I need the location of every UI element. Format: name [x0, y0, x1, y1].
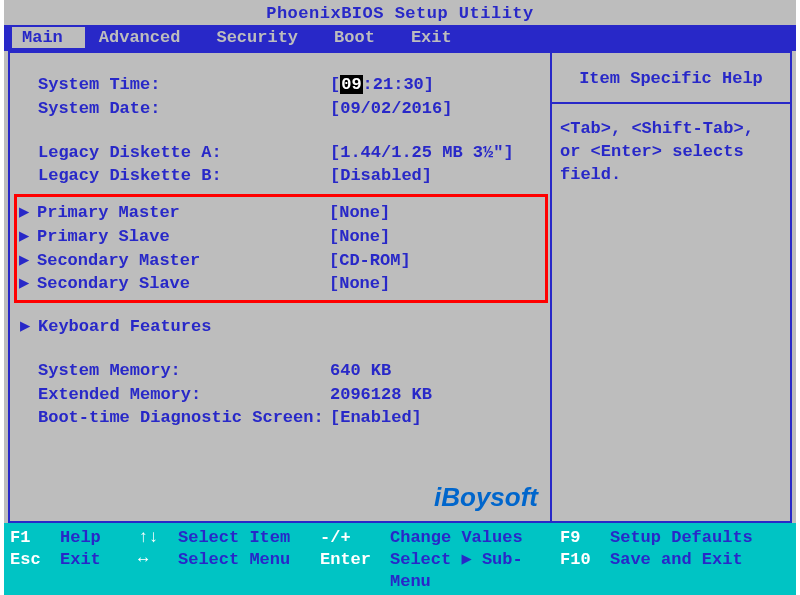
secondary-slave-label: Secondary Slave [37, 273, 190, 295]
submenu-triangle-icon: ▶ [19, 250, 31, 272]
menu-tab-advanced[interactable]: Advanced [85, 27, 203, 48]
drive-highlight-box: ▶Primary Master [None] ▶Primary Slave [N… [14, 194, 548, 303]
diskette-b-value[interactable]: [Disabled] [330, 165, 432, 187]
row-system-memory: System Memory: 640 KB [20, 359, 546, 383]
save-exit-label: Save and Exit [610, 549, 743, 593]
f1-label: Help [60, 527, 138, 549]
row-primary-master[interactable]: ▶Primary Master [None] [19, 201, 543, 225]
system-memory-value: 640 KB [330, 360, 391, 382]
key-enter: Enter [320, 549, 390, 593]
app-title: PhoenixBIOS Setup Utility [266, 4, 534, 23]
row-keyboard-features[interactable]: ▶Keyboard Features [20, 315, 546, 339]
submenu-triangle-icon: ▶ [20, 316, 32, 338]
boot-diagnostic-value[interactable]: [Enabled] [330, 407, 422, 429]
arrows-horizontal-icon: ↔ [138, 549, 178, 593]
extended-memory-label: Extended Memory: [38, 384, 201, 406]
bios-container: PhoenixBIOS Setup Utility Main Advanced … [4, 0, 796, 595]
boot-diagnostic-label: Boot-time Diagnostic Screen: [38, 407, 324, 429]
extended-memory-value: 2096128 KB [330, 384, 432, 406]
title-bar: PhoenixBIOS Setup Utility [4, 0, 796, 25]
system-memory-label: System Memory: [38, 360, 181, 382]
secondary-master-label: Secondary Master [37, 250, 200, 272]
primary-master-label: Primary Master [37, 202, 180, 224]
esc-label: Exit [60, 549, 138, 593]
row-secondary-slave[interactable]: ▶Secondary Slave [None] [19, 272, 543, 296]
menu-bar: Main Advanced Security Boot Exit [4, 25, 796, 51]
help-title: Item Specific Help [552, 53, 790, 104]
system-time-label: System Time: [38, 74, 160, 96]
system-time-value[interactable]: [09:21:30] [330, 74, 434, 96]
key-f1: F1 [10, 527, 60, 549]
row-diskette-a[interactable]: Legacy Diskette A: [1.44/1.25 MB 3½"] [20, 141, 546, 165]
change-values-label: Change Values [390, 527, 560, 549]
primary-master-value[interactable]: [None] [329, 202, 390, 224]
content-area: System Time: [09:21:30] System Date: [09… [8, 51, 792, 523]
submenu-triangle-icon: ▶ [19, 273, 31, 295]
menu-tab-security[interactable]: Security [202, 27, 320, 48]
primary-slave-label: Primary Slave [37, 226, 170, 248]
secondary-master-value[interactable]: [CD-ROM] [329, 250, 411, 272]
system-date-value[interactable]: [09/02/2016] [330, 98, 452, 120]
key-f10: F10 [560, 549, 610, 593]
row-extended-memory: Extended Memory: 2096128 KB [20, 383, 546, 407]
help-body: <Tab>, <Shift-Tab>, or <Enter> selects f… [552, 104, 790, 201]
row-system-date[interactable]: System Date: [09/02/2016] [20, 97, 546, 121]
row-primary-slave[interactable]: ▶Primary Slave [None] [19, 225, 543, 249]
menu-tab-main[interactable]: Main [12, 27, 85, 48]
row-boot-diagnostic[interactable]: Boot-time Diagnostic Screen: [Enabled] [20, 406, 546, 430]
main-panel: System Time: [09:21:30] System Date: [09… [10, 53, 550, 521]
secondary-slave-value[interactable]: [None] [329, 273, 390, 295]
footer-bar: F1 Help ↑↓ Select Item -/+ Change Values… [4, 523, 796, 595]
select-submenu-label: Select ▶ Sub-Menu [390, 549, 560, 593]
key-f9: F9 [560, 527, 610, 549]
time-hour-selected[interactable]: 09 [340, 75, 362, 94]
keyboard-features-label: Keyboard Features [38, 316, 211, 338]
watermark-logo: iBoysoft [434, 482, 538, 513]
diskette-b-label: Legacy Diskette B: [38, 165, 222, 187]
diskette-a-label: Legacy Diskette A: [38, 142, 222, 164]
key-esc: Esc [10, 549, 60, 593]
setup-defaults-label: Setup Defaults [610, 527, 753, 549]
submenu-triangle-icon: ▶ [19, 226, 31, 248]
menu-tab-boot[interactable]: Boot [320, 27, 397, 48]
row-diskette-b[interactable]: Legacy Diskette B: [Disabled] [20, 164, 546, 188]
submenu-triangle-icon: ▶ [19, 202, 31, 224]
row-secondary-master[interactable]: ▶Secondary Master [CD-ROM] [19, 249, 543, 273]
key-minus-plus: -/+ [320, 527, 390, 549]
diskette-a-value[interactable]: [1.44/1.25 MB 3½"] [330, 142, 514, 164]
menu-tab-exit[interactable]: Exit [397, 27, 474, 48]
system-date-label: System Date: [38, 98, 160, 120]
arrows-vertical-icon: ↑↓ [138, 527, 178, 549]
select-item-label: Select Item [178, 527, 320, 549]
help-panel: Item Specific Help <Tab>, <Shift-Tab>, o… [550, 53, 790, 521]
primary-slave-value[interactable]: [None] [329, 226, 390, 248]
select-menu-label: Select Menu [178, 549, 320, 593]
row-system-time[interactable]: System Time: [09:21:30] [20, 73, 546, 97]
